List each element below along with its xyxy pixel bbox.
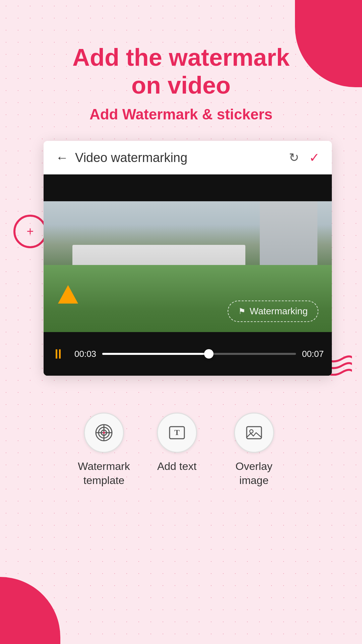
- app-toolbar: ← Video watermarking ↻ ✓: [44, 141, 332, 174]
- video-content: ⚑ Watermarking ⏸ 00:03 00:07: [44, 174, 332, 376]
- svg-point-9: [250, 430, 253, 433]
- main-title: Add the watermarkon video: [0, 44, 362, 99]
- app-card: ← Video watermarking ↻ ✓ ⚑ Watermarking …: [44, 141, 332, 376]
- bottom-toolbar: Watermarktemplate T Add text Overlay ima…: [0, 392, 362, 487]
- header-section: Add the watermarkon video Add Watermark …: [0, 0, 362, 123]
- svg-point-5: [103, 432, 105, 434]
- progress-bar[interactable]: [102, 353, 296, 355]
- circle-decoration: +: [13, 215, 47, 248]
- svg-rect-8: [247, 427, 261, 439]
- overlay-image-icon-circle: [234, 413, 274, 453]
- watermark-text: Watermarking: [250, 306, 308, 317]
- blob-bottom-left: [0, 577, 60, 644]
- refresh-button[interactable]: ↻: [289, 151, 299, 165]
- toolbar-title: Video watermarking: [75, 151, 289, 165]
- watermark-template-label: Watermarktemplate: [78, 460, 130, 487]
- sub-title: Add Watermark & stickers: [0, 106, 362, 123]
- toolbar-actions: ↻ ✓: [289, 150, 320, 165]
- pause-icon[interactable]: ⏸: [52, 346, 68, 362]
- watermark-template-tool[interactable]: Watermarktemplate: [78, 413, 130, 487]
- time-total: 00:07: [302, 349, 324, 359]
- add-text-icon: T: [168, 423, 186, 442]
- add-text-label: Add text: [157, 460, 196, 474]
- add-text-icon-circle: T: [157, 413, 197, 453]
- progress-fill: [102, 353, 209, 355]
- watermark-overlay[interactable]: ⚑ Watermarking: [228, 301, 318, 322]
- letterbox-top: [44, 174, 332, 201]
- progress-thumb[interactable]: [204, 349, 214, 359]
- confirm-button[interactable]: ✓: [309, 150, 320, 165]
- watermark-template-icon: [95, 423, 113, 442]
- overlay-image-icon: [245, 423, 263, 442]
- location-pin-icon: ⚑: [238, 307, 246, 316]
- back-button[interactable]: ←: [56, 151, 68, 165]
- overlay-image-tool[interactable]: Overlay image: [224, 413, 284, 487]
- video-timeline[interactable]: ⏸ 00:03 00:07: [44, 332, 332, 376]
- overlay-image-label: Overlay image: [224, 460, 284, 487]
- svg-text:T: T: [174, 428, 180, 437]
- yellow-accent: [58, 285, 78, 304]
- time-current: 00:03: [74, 349, 96, 359]
- add-text-tool[interactable]: T Add text: [157, 413, 197, 487]
- video-area: ⚑ Watermarking ⏸ 00:03 00:07: [44, 174, 332, 376]
- watermark-template-icon-circle: [84, 413, 124, 453]
